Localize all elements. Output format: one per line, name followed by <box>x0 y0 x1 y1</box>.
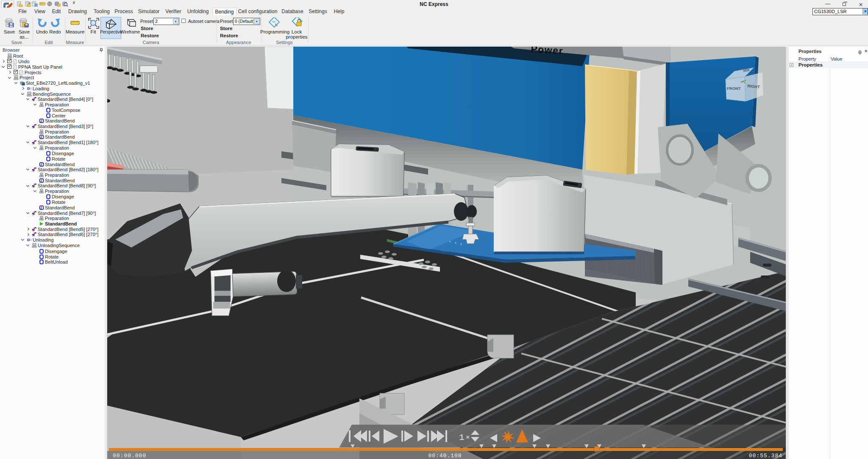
svg-text:00:40.108: 00:40.108 <box>428 453 462 459</box>
svg-text:1: 1 <box>459 433 465 442</box>
svg-text:FRONT: FRONT <box>727 86 741 91</box>
svg-text:×: × <box>466 434 470 441</box>
svg-text:NC: NC <box>272 20 276 23</box>
svg-text:00:55.384: 00:55.384 <box>749 453 782 459</box>
svg-text:00:00.000: 00:00.000 <box>113 453 146 459</box>
